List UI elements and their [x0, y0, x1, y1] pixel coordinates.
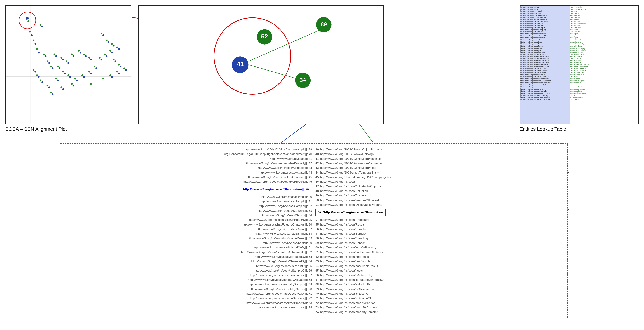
url-item: http://www.w3.org/ns/sosa/ObservableProp…: [62, 179, 312, 184]
svg-point-36: [71, 83, 73, 85]
svg-point-52: [123, 67, 125, 69]
svg-point-75: [59, 67, 60, 69]
url-item: http://www.w3.org/ns/sosa/Result[]: 50: [62, 195, 312, 199]
url-item-r: 56:'http://www.w3.org/ns/sosa/Sample: [316, 227, 566, 231]
svg-point-78: [76, 80, 78, 81]
svg-point-26: [66, 60, 68, 62]
svg-point-84: [41, 81, 43, 83]
svg-point-97: [118, 73, 120, 74]
svg-point-102: [95, 67, 97, 69]
url-item: http://www.w3.org/ns/sosa/madeSampling[]…: [62, 296, 312, 301]
svg-point-76: [64, 73, 66, 74]
svg-point-77: [69, 76, 71, 78]
url-item-r: 40:'http://www.w3.org/2002/07/owl#Ontolo…: [316, 152, 566, 157]
svg-point-34: [74, 78, 76, 80]
zoom-panel: 41 52 89 34: [138, 5, 512, 124]
svg-point-23: [46, 60, 48, 62]
svg-point-73: [85, 55, 86, 57]
url-item: http://www.w3.org/ns/sosa/Sample[]: 51: [62, 199, 312, 204]
url-item-r: 64:'http://www.w3.org/ns/sosa/hasSimpleR…: [316, 264, 566, 268]
svg-point-105: [27, 20, 29, 22]
svg-point-20: [32, 39, 34, 41]
url-item-r: 44:'http://www.w3.org/2006/time#Temporal…: [316, 170, 566, 175]
bottom-left-list: http://www.w3.org/2004/02/skos/core#exam…: [60, 144, 314, 318]
svg-point-88: [108, 41, 109, 43]
url-item: .org/Consortium/Legal/2015/copyright-sof…: [62, 152, 312, 157]
svg-point-98: [111, 76, 113, 78]
url-item: http://www.w3.org/ns/sosa/ActuatableProp…: [62, 161, 312, 166]
svg-point-37: [60, 86, 62, 88]
url-item: http://www.w3.org/ns/sosa/madeObservatio…: [62, 292, 312, 296]
svg-point-90: [118, 48, 120, 50]
url-item: http://www.w3.org/ns/sosa/madeActuation[…: [62, 273, 312, 278]
lookup-col-green: sosa:Observation sosa:FeatureOfInterest …: [570, 5, 638, 124]
svg-point-47: [109, 50, 111, 52]
url-list-right: 39:'http://www.w3.org/2002/07/owl#Object…: [316, 147, 566, 315]
svg-point-18: [40, 24, 41, 25]
svg-line-121: [248, 65, 303, 80]
url-item: http://www.w3.org/ns/sosa/isResultOf[]: …: [62, 264, 312, 268]
url-item: http://www.w3.org/ns/sosa/madeBySampler[…: [62, 282, 312, 287]
svg-point-55: [102, 78, 104, 80]
url-item-r: 39:'http://www.w3.org/2002/07/owl#Object…: [316, 147, 566, 152]
svg-point-54: [109, 74, 111, 76]
url-item: http://www.w3.org/2004/02/skos/core#exam…: [62, 147, 312, 152]
svg-point-70: [68, 62, 69, 64]
lookup-label: Entities Lookup Table: [520, 126, 566, 132]
url-item-r: 58:'http://www.w3.org/ns/sosa/Sampling: [316, 236, 566, 241]
svg-point-81: [62, 88, 64, 90]
url-item: http://www.w3.org/ns/sosa/hasSample[]: 5…: [62, 231, 312, 236]
svg-point-32: [62, 71, 64, 73]
url-item-r: 70:'http://www.w3.org/ns/sosa/isResultOf: [316, 292, 566, 296]
url-item: http://www.w3.org/ns/sosa/Sampling[]: 53: [62, 209, 312, 213]
svg-point-85: [38, 76, 40, 78]
svg-point-103: [19, 12, 36, 29]
scatter-box: [5, 5, 132, 124]
url-item-r: 69:'http://www.w3.org/ns/sosa/isObserved…: [316, 287, 566, 292]
url-item-r: 59:'http://www.w3.org/ns/sosa/Sensor: [316, 241, 566, 245]
svg-point-87: [102, 34, 104, 36]
url-item: http://www.w3.org/ns/sosa/hosts[]: 60: [62, 241, 312, 245]
url-item: http://www.w3.org/ns/sosa/isObservedBy[]…: [62, 259, 312, 264]
url-item: http://www.w3.org/ns/sosa/hasFeatureOfIn…: [62, 222, 312, 227]
url-item-r: 51:'http://www.w3.org/ns/sosa/Observable…: [316, 203, 566, 207]
url-item-r: 45:'http://www.w3.org/Consortium/Legal/2…: [316, 175, 566, 179]
svg-point-63: [31, 34, 32, 36]
svg-point-94: [114, 60, 116, 62]
url-item-r: 60:'http://www.w3.org/ns/sosa/actsOnProp…: [316, 245, 566, 250]
url-item-r: 43:'http://www.w3.org/2004/02/skos/core#…: [316, 166, 566, 170]
url-item: http://www.w3.org/ns/sosa/observedProper…: [62, 301, 312, 305]
svg-point-41: [36, 74, 38, 76]
url-item: http://www.w3.org/ns/sosa/Sensor[]: 54: [62, 213, 312, 218]
url-item-r: 47:'http://www.w3.org/ns/sosa/Actuatable…: [316, 184, 566, 189]
url-list-left: http://www.w3.org/2004/02/skos/core#exam…: [62, 147, 312, 310]
url-highlight-left: http://www.w3.org/ns/sosa/Observation[]:…: [62, 185, 312, 194]
svg-point-51: [118, 64, 120, 66]
svg-text:89: 89: [321, 21, 327, 27]
svg-point-53: [116, 71, 118, 73]
svg-point-65: [38, 52, 40, 53]
url-item: http://www.w3.org/ns/sosa/isHostedBy[]: …: [62, 255, 312, 259]
svg-point-99: [52, 67, 54, 69]
svg-point-83: [48, 86, 50, 88]
svg-point-101: [90, 73, 92, 74]
svg-point-21: [36, 48, 38, 50]
url-item: http://www.w3.org/ns/sosa/isActedOnBy[]:…: [62, 245, 312, 250]
svg-point-74: [90, 59, 92, 60]
svg-point-57: [55, 78, 57, 80]
svg-point-56: [50, 66, 52, 67]
svg-point-72: [80, 52, 82, 53]
url-item-r: 48:'http://www.w3.org/ns/sosa/Actuation: [316, 189, 566, 193]
svg-point-95: [120, 66, 122, 67]
url-item-r: 62:'http://www.w3.org/ns/sosa/hasResult: [316, 255, 566, 259]
url-item: http://www.w3.org/ns/sosa/Actuator[]: 44: [62, 170, 312, 175]
url-item-r: 49:'http://www.w3.org/ns/sosa/Actuator: [316, 193, 566, 198]
svg-text:34: 34: [300, 77, 306, 83]
svg-point-45: [111, 43, 113, 45]
svg-point-104: [26, 17, 28, 19]
svg-point-24: [54, 53, 56, 55]
svg-text:52: 52: [261, 33, 268, 40]
url-item: http://www.w3.org/ns/sosa/[]: 41: [62, 157, 312, 161]
url-item: http://www.w3.org/ns/sosa/madeByActuator…: [62, 278, 312, 282]
url-item-r: 66:'http://www.w3.org/ns/sosa/isActedOnB…: [316, 273, 566, 278]
